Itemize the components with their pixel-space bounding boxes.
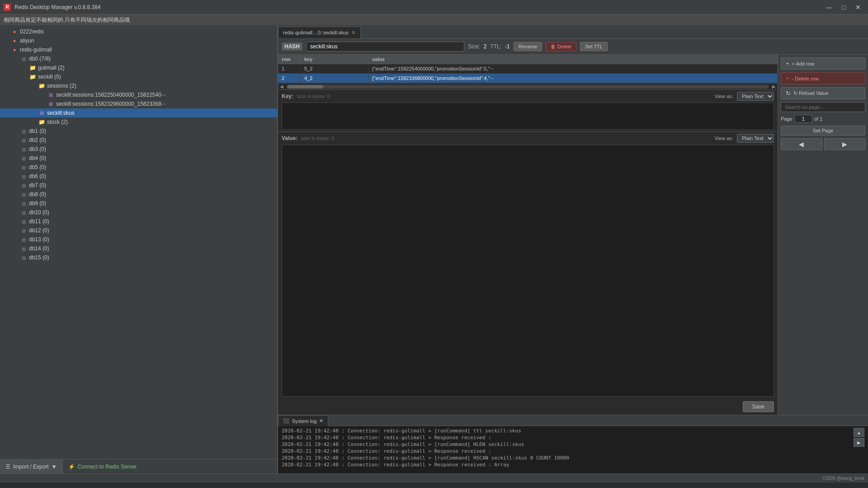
cell-key-0: 5_2 — [301, 64, 368, 73]
search-input[interactable] — [781, 102, 865, 112]
tree-item-db11[interactable]: ▤ db11 (0) — [0, 217, 277, 226]
add-row-button[interactable]: + + Add row — [781, 57, 865, 70]
scroll-track[interactable] — [287, 85, 769, 89]
size-value: 2 — [484, 43, 487, 50]
connect-label: Connect to Redis Server — [78, 464, 137, 470]
kv-editor: Key: size in bytes: 0 View as: Plain Tex… — [278, 90, 778, 415]
tree-item-seckill[interactable]: 📁 seckill (5) — [0, 72, 277, 81]
tab-label: redis-gulimall:...0::seckill:skus — [283, 30, 349, 35]
tree-item-gulimall[interactable]: 📁 gulimall (2) — [0, 63, 277, 72]
ttl-label: TTL: — [490, 43, 501, 50]
column-header-value: value — [368, 55, 778, 64]
tree-item-db4[interactable]: ▤ db4 (0) — [0, 154, 277, 163]
set-page-button[interactable]: Set Page — [781, 126, 865, 136]
key-size-text: size in bytes: 0 — [297, 94, 330, 99]
scroll-left-arrow[interactable]: ◀ — [278, 84, 285, 89]
tree-label-db6: db6 (0) — [29, 173, 46, 179]
value-field-label: Value: — [282, 135, 297, 141]
key-textarea[interactable] — [282, 103, 774, 130]
log-scroll-up[interactable]: ▲ — [854, 428, 864, 437]
tree-item-db15[interactable]: ▤ db15 (0) — [0, 253, 277, 262]
log-content[interactable]: 2020-02-21 19:42:48 : Connection: redis-… — [278, 426, 868, 474]
tree-label-db13: db13 (0) — [29, 236, 49, 243]
import-export-button[interactable]: ☰ Import / Export ▼ — [0, 460, 63, 474]
scroll-right-arrow[interactable]: ▶ — [770, 84, 778, 89]
tree-item-db8[interactable]: ▤ db8 (0) — [0, 190, 277, 199]
tree-item-stock[interactable]: 📁 stock (2) — [0, 117, 277, 127]
tree-label-db15: db15 (0) — [29, 254, 49, 261]
tree-item-db0[interactable]: ▤ db0 (7/8) — [0, 54, 277, 63]
notification-text: 相同商品肯定不能相同的 只有不同场次的相同商品哦 — [4, 16, 130, 24]
tree-item-db7[interactable]: ▤ db7 (0) — [0, 181, 277, 190]
tree-item-aliyun[interactable]: ● aliyun — [0, 36, 277, 45]
plug-icon: ⚡ — [68, 464, 75, 470]
tree-item-db6[interactable]: ▤ db6 (0) — [0, 172, 277, 181]
left-bottom-bar: ☰ Import / Export ▼ ⚡ Connect to Redis S… — [0, 459, 277, 474]
tree-area[interactable]: ● 0222redis ● aliyun ● redis-gulimall ▤ … — [0, 25, 277, 459]
status-bar: CSDN @wang_book — [0, 474, 868, 483]
log-entry: 2020-02-21 19:42:48 : Connection: redis-… — [282, 462, 864, 468]
tree-item-0222redis[interactable]: ● 0222redis — [0, 27, 277, 36]
delete-row-button[interactable]: − - Delete row — [781, 72, 865, 84]
page-number-input[interactable] — [794, 115, 812, 123]
tree-icon-session2: ⊞ — [47, 100, 54, 108]
tree-item-session1[interactable]: ⊞ seckill:sessions:1582250400000_1582254… — [0, 90, 277, 99]
delete-button[interactable]: 🗑 Delete — [546, 42, 576, 51]
tree-label-sessions: sessions (2) — [47, 83, 76, 89]
tree-item-db10[interactable]: ▤ db10 (0) — [0, 208, 277, 217]
system-log-tab[interactable]: ⬛ System log ✕ — [278, 415, 328, 426]
tree-item-redis-gulimall[interactable]: ● redis-gulimall — [0, 45, 277, 54]
tree-label-db5: db5 (0) — [29, 164, 46, 170]
right-panel: redis-gulimall:...0::seckill:skus ✕ HASH… — [278, 25, 868, 474]
value-textarea[interactable] — [282, 145, 774, 397]
key-view-as-select[interactable]: Plain Text JSON HEX Binary — [737, 92, 774, 101]
tree-icon-db11: ▤ — [20, 218, 27, 225]
reload-value-button[interactable]: ↻ ↻ Reload Value — [781, 87, 865, 99]
tree-item-db14[interactable]: ▤ db14 (0) — [0, 244, 277, 253]
log-tab-close[interactable]: ✕ — [319, 418, 323, 424]
maximize-button[interactable]: □ — [837, 1, 850, 14]
tree-label-db0: db0 (7/8) — [29, 56, 51, 62]
log-area: ⬛ System log ✕ 2020-02-21 19:42:48 : Con… — [278, 415, 868, 474]
value-size-text: size in bytes: 0 — [301, 136, 334, 141]
prev-page-button[interactable]: ◀ — [781, 138, 822, 150]
right-sidebar: + + Add row − - Delete row ↻ ↻ Reload Va… — [778, 55, 868, 415]
save-button[interactable]: Save — [743, 401, 774, 412]
tab-close-button[interactable]: ✕ — [351, 29, 356, 36]
key-name-input[interactable] — [306, 42, 464, 52]
tree-label-seckill: seckill (5) — [38, 74, 61, 80]
value-view-as-select[interactable]: Plain Text JSON HEX Binary — [737, 134, 774, 143]
data-main: row key value 1 5_2 {"endTime":158225400… — [278, 55, 868, 415]
set-ttl-button[interactable]: Set TTL — [580, 42, 608, 51]
log-scroll-down[interactable]: ▶ — [854, 438, 864, 447]
tree-item-db3[interactable]: ▤ db3 (0) — [0, 145, 277, 154]
tree-item-sessions[interactable]: 📁 sessions (2) — [0, 81, 277, 90]
tree-icon-db9: ▤ — [20, 200, 27, 207]
tree-icon-redis-gulimall: ● — [11, 46, 18, 53]
active-tab[interactable]: redis-gulimall:...0::seckill:skus ✕ — [278, 27, 361, 38]
tree-item-db1[interactable]: ▤ db1 (0) — [0, 127, 277, 136]
log-scroll-buttons: ▲ ▶ — [854, 428, 864, 447]
tree-item-session2[interactable]: ⊞ seckill:sessions:1582329600000_1582336… — [0, 99, 277, 108]
tree-item-db13[interactable]: ▤ db13 (0) — [0, 235, 277, 244]
delete-icon: 🗑 — [551, 44, 556, 49]
tree-item-db2[interactable]: ▤ db2 (0) — [0, 136, 277, 145]
next-page-button[interactable]: ▶ — [824, 138, 866, 150]
tree-item-db5[interactable]: ▤ db5 (0) — [0, 163, 277, 172]
table-header: row key value — [278, 55, 778, 64]
close-button[interactable]: ✕ — [852, 1, 864, 14]
table-row[interactable]: 1 5_2 {"endTime":1582254000000,"promotio… — [278, 64, 778, 74]
tree-item-db12[interactable]: ▤ db12 (0) — [0, 226, 277, 235]
rename-button[interactable]: Rename — [514, 42, 542, 51]
tree-item-db9[interactable]: ▤ db9 (0) — [0, 199, 277, 208]
cell-row-0: 1 — [278, 64, 301, 73]
connect-button[interactable]: ⚡ Connect to Redis Server — [63, 460, 142, 474]
minimize-button[interactable]: — — [823, 1, 835, 14]
tree-item-seckill-skus[interactable]: ⊞ seckill:skus — [0, 108, 277, 117]
horizontal-scrollbar[interactable]: ◀ ▶ — [278, 83, 778, 89]
tree-label-db11: db11 (0) — [29, 218, 49, 225]
page-control: Page of 1 — [781, 115, 865, 123]
scroll-thumb[interactable] — [287, 85, 323, 89]
table-row[interactable]: 2 4_2 {"endTime":1582336800000,"promotio… — [278, 74, 778, 83]
size-label: Size: — [468, 43, 480, 50]
